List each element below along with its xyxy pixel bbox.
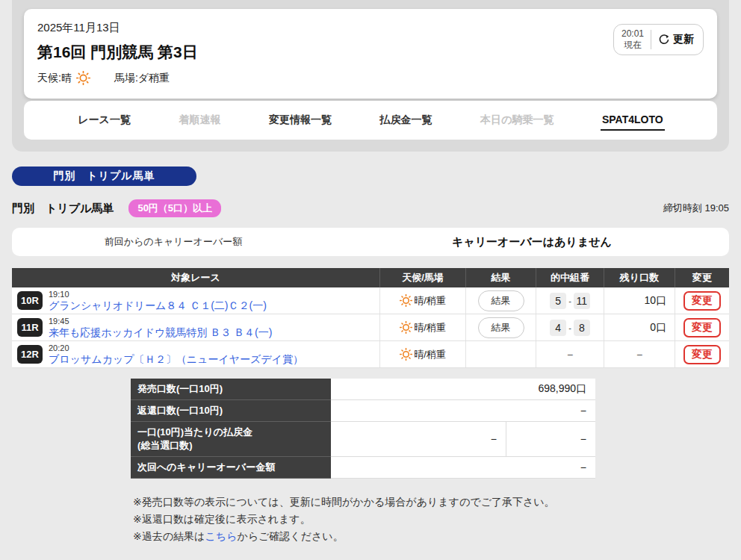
tab-bar: レース一覧 着順速報 変更情報一覧 払戻金一覧 本日の騎乗一覧 SPAT4LOT… [24,101,717,140]
summary-value-winners: − [506,422,595,457]
summary-label: 次回へのキャリーオーバー金額 [131,457,331,479]
race-row-12r: 12R 20:20 ブロッサムカップ〔Ｈ２〕（ニューイヤーズデイ賞） 晴/ [12,341,729,368]
combo-separator: - [568,296,571,305]
race-name-link[interactable]: ブロッサムカップ〔Ｈ２〕（ニューイヤーズデイ賞） [49,354,303,365]
race-number-badge: 10R [17,291,43,310]
race-row-11r: 11R 19:45 来年も応援ホッカイドウ競馬特別 Ｂ３ Ｂ４(一) 晴/ [12,314,729,341]
race-table: 対象レース 天候/馬場 結果 的中組番 残り口数 変更 10R 19:10 グラ… [12,268,729,368]
summary-row-payout: 一口(10円)当たりの払戻金 (総当選口数) − − [131,422,595,457]
venue-bet-type-pill: 門別 トリプル馬単 [12,167,196,186]
race-start-time: 19:10 [49,290,267,299]
combo-separator: - [568,323,571,332]
refresh-label: 更新 [673,33,694,46]
past-results-link[interactable]: こちら [205,530,237,542]
track-condition-label: 馬場:ダ稍重 [114,72,170,85]
change-button[interactable]: 変更 [683,291,721,311]
weather-track-text: 晴/稍重 [414,348,446,361]
col-remaining: 残り口数 [604,268,675,287]
page-title: 第16回 門別競馬 第3日 [37,42,198,63]
summary-value: − [331,400,595,422]
race-name-link[interactable]: グランシャリオドリーム８４ Ｃ１(二)Ｃ２(一) [49,300,267,311]
footnotes: ※発売口数等の表示については、更新に時間がかかる場合がありますのでご了承下さい。… [133,494,741,545]
current-time: 20:01 現在 [621,28,644,51]
refresh-icon [658,34,670,46]
remaining-count: 0口 [604,314,675,340]
divider [651,30,651,49]
summary-value: − [331,457,595,479]
footnote-line-3: ※過去の結果はこちらからご確認ください。 [133,528,741,545]
tab-today-rides: 本日の騎乗一覧 [479,111,555,130]
payout-summary-table: 発売口数(一口10円) 698,990口 返還口数(一口10円) − 一口(10… [131,379,595,479]
combo-first: 4 [550,320,566,336]
carryover-label: 前回からのキャリーオーバー額 [12,235,335,249]
refresh-button[interactable]: 20:01 現在 更新 [613,24,704,55]
col-change: 変更 [675,268,729,287]
tab-spat4loto[interactable]: SPAT4LOTO [601,111,665,131]
summary-row-next-carryover: 次回へのキャリーオーバー金額 − [131,457,595,479]
sun-icon [400,294,412,307]
sun-icon [76,71,90,85]
meeting-date: 2025年11月13日 [37,21,198,35]
col-target-race: 対象レース [12,268,379,287]
meeting-header-card: 2025年11月13日 第16回 門別競馬 第3日 天候:晴 馬 [24,9,717,99]
summary-value-payout: − [331,422,506,457]
combo-placeholder: − [567,349,573,361]
summary-row-refund: 返還口数(一口10円) − [131,400,595,422]
tab-finish-flash: 着順速報 [177,111,222,130]
col-result: 結果 [465,268,536,287]
section-header: 門別 トリプル馬単 50円（5口）以上 締切時刻 19:05 [12,199,729,217]
race-number-badge: 11R [17,318,43,337]
race-row-10r: 10R 19:10 グランシャリオドリーム８４ Ｃ１(二)Ｃ２(一) 晴/ [12,287,729,314]
summary-label: 返還口数(一口10円) [131,400,331,422]
min-bet-badge: 50円（5口）以上 [128,199,221,217]
tab-race-list[interactable]: レース一覧 [76,111,132,130]
footnote-line-1: ※発売口数等の表示については、更新に時間がかかる場合がありますのでご了承下さい。 [133,494,741,511]
combo-first: 5 [550,293,566,309]
result-cell-empty [465,341,536,367]
carryover-value: キャリーオーバーはありません [335,235,729,249]
sun-icon [400,348,412,361]
combo-second: 11 [574,293,590,309]
race-start-time: 19:45 [49,317,272,326]
col-weather: 天候/馬場 [379,268,465,287]
summary-value: 698,990口 [331,379,595,400]
sun-icon [400,321,412,334]
summary-row-sold: 発売口数(一口10円) 698,990口 [131,379,595,400]
tab-change-info[interactable]: 変更情報一覧 [267,111,333,130]
section-title: 門別 トリプル馬単 [12,202,114,216]
meeting-info: 2025年11月13日 第16回 門別競馬 第3日 天候:晴 馬 [37,21,198,85]
change-button[interactable]: 変更 [683,318,721,337]
summary-label: 一口(10円)当たりの払戻金 (総当選口数) [131,422,331,457]
remaining-count: 10口 [604,287,675,314]
result-button[interactable]: 結果 [478,317,524,338]
top-panel: 2025年11月13日 第16回 門別競馬 第3日 天候:晴 馬 [12,0,729,152]
remaining-count: − [604,341,675,367]
race-table-header: 対象レース 天候/馬場 結果 的中組番 残り口数 変更 [12,268,729,287]
weather-track-text: 晴/稍重 [414,321,446,335]
race-number-badge: 12R [17,345,43,364]
result-button[interactable]: 結果 [478,290,524,311]
race-start-time: 20:20 [49,344,303,353]
race-name-link[interactable]: 来年も応援ホッカイドウ競馬特別 Ｂ３ Ｂ４(一) [49,327,272,338]
summary-label: 発売口数(一口10円) [131,379,331,400]
footnote-line-2: ※返還口数は確定後に表示されます。 [133,511,741,528]
weather-line: 天候:晴 馬場:ダ稍重 [37,71,198,85]
combo-second: 8 [574,320,590,336]
change-button[interactable]: 変更 [683,345,721,364]
weather-track-text: 晴/稍重 [414,294,446,308]
weather-label: 天候:晴 [37,72,72,85]
tab-payout-list[interactable]: 払戻金一覧 [379,111,434,130]
deadline-label: 締切時刻 19:05 [663,202,729,215]
col-winning-combo: 的中組番 [536,268,604,287]
carryover-bar: 前回からのキャリーオーバー額 キャリーオーバーはありません [12,228,729,256]
